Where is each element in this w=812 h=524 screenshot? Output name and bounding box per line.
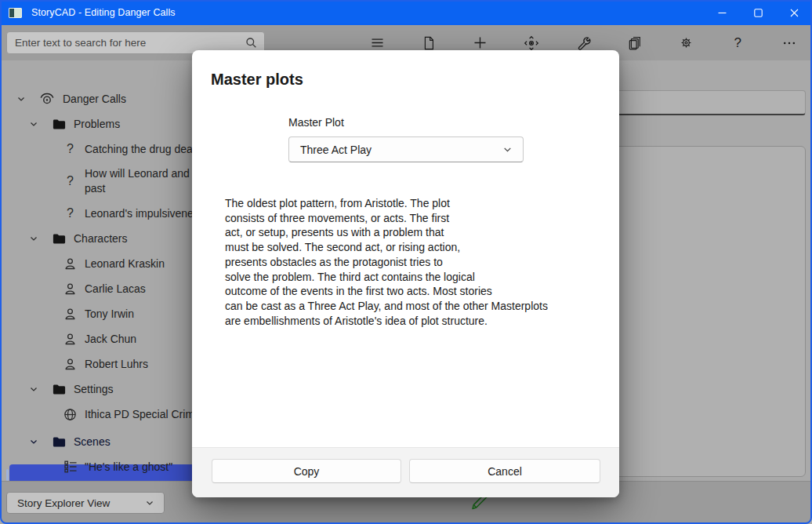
chevron-down-icon[interactable] (28, 119, 39, 129)
chevron-down-icon[interactable] (28, 384, 39, 394)
close-icon (790, 9, 799, 17)
description-line: are embellishments of Aristotle's idea o… (225, 314, 585, 329)
scene-list-icon (63, 460, 78, 474)
tree-item-label: How will Leonard and past (85, 166, 208, 196)
tools-icon (575, 35, 592, 51)
description-line: consists of three movements, or acts. Th… (225, 211, 585, 226)
description-line: act, or setup, presents us with a proble… (225, 225, 585, 240)
web-icon (63, 407, 78, 422)
chevron-down-icon[interactable] (16, 94, 27, 104)
copy-elements-icon (627, 35, 643, 51)
tree-item-label: Danger Calls (63, 93, 126, 105)
description-line: can be cast as a Three Act Play, and mos… (225, 299, 585, 314)
add-element-icon (472, 35, 488, 51)
master-plot-selected-value: Three Act Play (300, 144, 502, 156)
description-line: outcome of the events in the first two a… (225, 284, 585, 299)
window-title: StoryCAD - Editing Danger Calls (31, 7, 176, 18)
folder-icon (51, 231, 67, 246)
master-plot-dropdown[interactable]: Three Act Play (288, 136, 524, 162)
help-icon: ? (734, 35, 741, 51)
tree-item-label: Scenes (74, 435, 111, 448)
move-element-icon (523, 35, 540, 52)
problem-question-icon: ? (63, 142, 78, 156)
chevron-down-icon[interactable] (28, 437, 39, 446)
close-button[interactable] (776, 0, 812, 25)
master-plot-label: Master Plot (288, 116, 344, 129)
maximize-button[interactable] (740, 0, 776, 25)
description-line: solve the problem. The third act contain… (225, 270, 585, 285)
more-button[interactable] (778, 31, 801, 55)
app-logo-icon (9, 8, 22, 18)
minimize-button[interactable] (704, 0, 740, 25)
description-line: must be solved. The second act, or risin… (225, 240, 585, 255)
tree-item-label: Settings (74, 383, 114, 395)
character-icon (63, 257, 78, 271)
tree-item-label: Leonard Kraskin (85, 257, 165, 270)
tree-item-label: Carlie Lacas (85, 282, 146, 295)
view-selector-value: Story Explorer View (17, 497, 145, 509)
character-icon (63, 282, 78, 297)
help-button[interactable]: ? (726, 31, 749, 55)
tree-item-label: Jack Chun (85, 333, 136, 345)
folder-icon (51, 435, 67, 449)
master-plots-dialog: Master plots Master Plot Three Act Play … (192, 50, 619, 497)
tree-item-label: Robert Luhrs (85, 358, 148, 370)
problem-question-icon: ? (63, 206, 78, 220)
minimize-icon (718, 9, 727, 17)
view-selector-dropdown[interactable]: Story Explorer View (6, 492, 165, 514)
problem-question-icon: ? (63, 174, 78, 188)
character-icon (63, 307, 78, 322)
chevron-down-icon (145, 498, 154, 508)
copy-button[interactable]: Copy (212, 459, 401, 483)
menu-icon (369, 35, 386, 51)
tree-item-label: Leonard's impulsivene (85, 207, 194, 220)
tree-item-label: Ithica PD Special Crime (85, 408, 201, 420)
chevron-down-icon[interactable] (28, 234, 39, 243)
character-icon (63, 357, 78, 372)
search-icon[interactable] (245, 37, 257, 49)
settings-gear-icon (678, 35, 694, 51)
app-window: StoryCAD - Editing Danger Calls (0, 0, 812, 524)
search-input[interactable] (7, 37, 245, 49)
maximize-icon (754, 9, 763, 17)
description-line: presents obstacles as the protagonist tr… (225, 255, 585, 270)
dialog-title: Master plots (211, 71, 303, 89)
folder-icon (51, 382, 67, 397)
tree-item-label: Characters (74, 232, 127, 245)
cancel-button[interactable]: Cancel (409, 459, 600, 483)
tree-item-label: Catching the drug dea (85, 143, 193, 155)
story-overview-icon (38, 90, 56, 107)
titlebar: StoryCAD - Editing Danger Calls (0, 0, 812, 25)
plot-description: The oldest plot pattern, from Aristotle.… (225, 196, 585, 328)
new-file-icon (421, 35, 437, 51)
character-icon (63, 332, 78, 347)
copy-elements-button[interactable] (623, 31, 647, 55)
folder-icon (51, 117, 67, 132)
tree-item-label: "He's like a ghost" (85, 460, 172, 473)
more-ellipsis-icon (781, 35, 797, 51)
tree-item-label: Problems (74, 118, 120, 130)
tree-item-label: Tony Irwin (85, 307, 134, 320)
settings-button[interactable] (675, 31, 698, 55)
dialog-footer: Copy Cancel (192, 447, 619, 497)
chevron-down-icon (502, 144, 513, 155)
description-line: The oldest plot pattern, from Aristotle.… (225, 196, 585, 211)
